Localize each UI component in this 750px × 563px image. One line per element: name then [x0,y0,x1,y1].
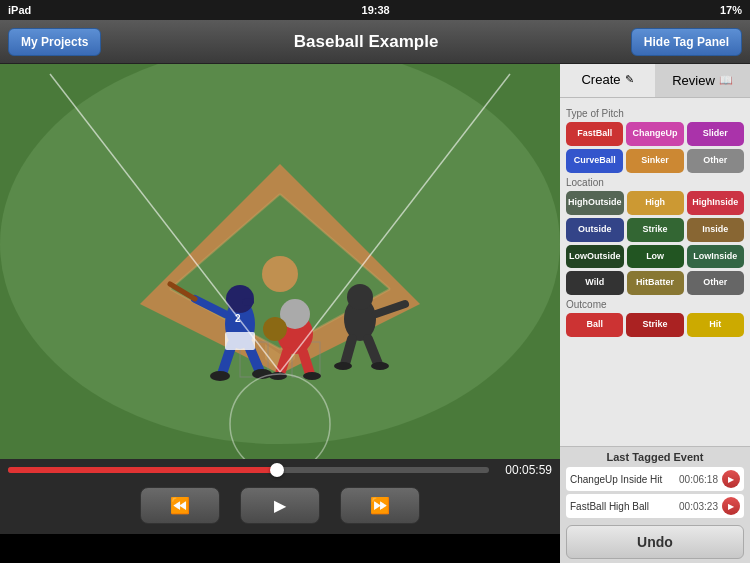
tag-curveball[interactable]: CurveBall [566,149,623,173]
event-2-name: FastBall High Ball [570,501,679,512]
time-label: 19:38 [362,4,390,16]
tag-high-outside[interactable]: HighOutside [566,191,624,215]
event-row-1: ChangeUp Inside Hit 00:06:18 ▶ [566,467,744,491]
book-icon: 📖 [719,74,733,87]
tag-strike[interactable]: Strike [627,218,684,242]
status-bar: iPad 19:38 17% [0,0,750,20]
play-button[interactable]: ▶ [240,487,320,524]
event-2-time: 00:03:23 [679,501,718,512]
tag-ball[interactable]: Ball [566,313,623,337]
outcome-grid: Ball Strike Hit [566,313,744,337]
tag-changeup[interactable]: ChangeUp [626,122,683,146]
section-outcome: Outcome [566,299,744,310]
progress-fill [8,467,277,473]
tag-hit[interactable]: Hit [687,313,744,337]
top-bar: My Projects Baseball Example Hide Tag Pa… [0,20,750,64]
event-1-name: ChangeUp Inside Hit [570,474,679,485]
carrier-label: iPad [8,4,31,16]
tag-sinker[interactable]: Sinker [626,149,683,173]
fast-forward-button[interactable]: ⏩ [340,487,420,524]
progress-thumb[interactable] [270,463,284,477]
tag-outcome-strike[interactable]: Strike [626,313,683,337]
svg-point-29 [303,372,321,380]
tag-fastball[interactable]: FastBall [566,122,623,146]
transport-controls: ⏪ ▶ ⏩ [8,481,552,530]
svg-point-28 [269,372,287,380]
event-row-2: FastBall High Ball 00:03:23 ▶ [566,494,744,518]
tag-high[interactable]: High [627,191,684,215]
svg-point-14 [242,298,254,306]
video-controls: 00:05:59 ⏪ ▶ ⏩ [0,459,560,534]
pitch-type-grid: FastBall ChangeUp Slider CurveBall Sinke… [566,122,744,173]
tag-low-outside[interactable]: LowOutside [566,245,624,269]
tag-location-other[interactable]: Other [687,271,744,295]
svg-point-35 [371,362,389,370]
location-grid: HighOutside High HighInside Outside Stri… [566,191,744,296]
last-tagged-section: Last Tagged Event ChangeUp Inside Hit 00… [560,446,750,563]
svg-point-25 [263,317,287,341]
tag-panel-tabs: Create ✎ Review 📖 [560,64,750,98]
tag-outside[interactable]: Outside [566,218,624,242]
svg-point-34 [334,362,352,370]
svg-line-32 [345,339,352,364]
edit-icon: ✎ [625,73,634,86]
tag-low[interactable]: Low [627,245,684,269]
event-1-play-button[interactable]: ▶ [722,470,740,488]
tab-review[interactable]: Review 📖 [655,64,750,97]
undo-button[interactable]: Undo [566,525,744,559]
event-1-time: 00:06:18 [679,474,718,485]
tag-high-inside[interactable]: HighInside [687,191,744,215]
section-location: Location [566,177,744,188]
svg-point-31 [347,284,373,310]
tag-low-inside[interactable]: LowInside [687,245,744,269]
video-player[interactable]: 2 [0,64,560,459]
last-tagged-title: Last Tagged Event [566,451,744,463]
main-content: 2 [0,64,750,563]
rewind-button[interactable]: ⏪ [140,487,220,524]
tag-wild[interactable]: Wild [566,271,624,295]
tag-hit-batter[interactable]: HitBatter [627,271,684,295]
tag-content: Type of Pitch FastBall ChangeUp Slider C… [560,98,750,446]
progress-bar-container: 00:05:59 [8,463,552,477]
event-2-play-button[interactable]: ▶ [722,497,740,515]
tag-inside[interactable]: Inside [687,218,744,242]
svg-point-19 [210,371,230,381]
time-display: 00:05:59 [497,463,552,477]
svg-line-27 [303,352,310,374]
video-area: 2 [0,64,560,563]
page-title: Baseball Example [294,32,439,52]
section-type-of-pitch: Type of Pitch [566,108,744,119]
tag-panel: Create ✎ Review 📖 Type of Pitch FastBall… [560,64,750,563]
battery-label: 17% [720,4,742,16]
tag-slider[interactable]: Slider [687,122,744,146]
hide-tag-panel-button[interactable]: Hide Tag Panel [631,28,742,56]
tab-create[interactable]: Create ✎ [560,64,655,97]
tag-pitch-other[interactable]: Other [687,149,744,173]
progress-track[interactable] [8,467,489,473]
my-projects-button[interactable]: My Projects [8,28,101,56]
svg-point-8 [262,256,298,292]
